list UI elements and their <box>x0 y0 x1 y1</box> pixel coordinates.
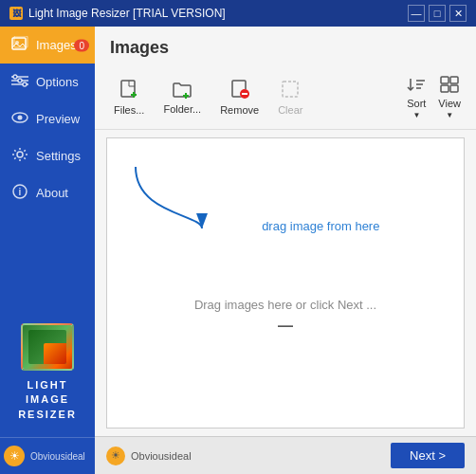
sort-label: Sort <box>407 98 426 109</box>
toolbar: Files... Folder... <box>95 65 476 130</box>
svg-rect-32 <box>450 77 458 83</box>
sidebar-label-about: About <box>36 186 68 200</box>
sort-button[interactable]: Sort ▼ <box>402 71 430 123</box>
clear-icon <box>280 79 301 102</box>
sidebar-item-preview[interactable]: Preview <box>0 100 95 137</box>
files-icon <box>119 79 139 102</box>
logo-line3: RESIZER <box>9 408 85 422</box>
svg-rect-26 <box>283 82 298 97</box>
sort-arrow-icon: ▼ <box>412 111 420 119</box>
drop-text: Drag images here or click Next ... <box>194 298 376 312</box>
dash-separator: — <box>278 318 293 335</box>
sidebar-label-settings: Settings <box>36 149 81 163</box>
logo-line1: LIGHT <box>9 378 85 392</box>
logo-image <box>21 323 74 371</box>
settings-icon <box>11 147 28 165</box>
sidebar-logo: LIGHT IMAGE RESIZER <box>0 308 95 437</box>
view-label: View <box>438 98 461 109</box>
drag-arrow-svg <box>126 157 221 233</box>
svg-text:i: i <box>19 187 22 197</box>
svg-rect-33 <box>441 85 449 92</box>
app-body: Images 0 Opt <box>0 27 476 474</box>
folder-button[interactable]: Folder... <box>156 76 209 118</box>
svg-point-5 <box>23 82 27 86</box>
next-button[interactable]: Next > <box>391 443 465 468</box>
files-label: Files... <box>114 104 144 116</box>
sidebar-footer: ☀ Obviousideal <box>0 437 95 474</box>
page-title: Images <box>110 38 169 57</box>
folder-icon <box>172 80 192 101</box>
window-controls: — □ ✕ <box>408 5 467 22</box>
minimize-button[interactable]: — <box>408 5 425 22</box>
logo-text: LIGHT IMAGE RESIZER <box>9 378 85 422</box>
sidebar-nav: Images 0 Opt <box>0 27 95 308</box>
footer-logo-icon: ☀ <box>4 446 25 466</box>
sidebar-item-options[interactable]: Options <box>0 64 95 100</box>
svg-point-4 <box>18 79 22 82</box>
app-title: Light Image Resizer [TRIAL VERSION] <box>28 7 226 20</box>
brand-name: Obviousideal <box>131 450 192 462</box>
svg-point-3 <box>13 75 17 79</box>
title-bar: 🖼 Light Image Resizer [TRIAL VERSION] — … <box>0 0 476 27</box>
clear-button[interactable]: Clear <box>270 75 310 119</box>
sort-icon <box>406 75 427 96</box>
brand-icon: ☀ <box>106 447 125 465</box>
title-bar-left: 🖼 Light Image Resizer [TRIAL VERSION] <box>9 7 226 20</box>
sidebar-label-images: Images <box>36 38 77 52</box>
remove-label: Remove <box>220 104 259 116</box>
view-icon <box>439 75 460 96</box>
toolbar-right: Sort ▼ View ▼ <box>402 71 465 123</box>
sidebar-item-images[interactable]: Images 0 <box>0 27 95 64</box>
files-button[interactable]: Files... <box>106 75 152 119</box>
svg-point-14 <box>17 152 23 157</box>
maximize-button[interactable]: □ <box>429 5 446 22</box>
sidebar-label-preview: Preview <box>36 112 80 126</box>
view-arrow-icon: ▼ <box>446 111 453 119</box>
drop-area[interactable]: drag image from here Drag images here or… <box>106 137 465 428</box>
app-icon: 🖼 <box>9 7 23 20</box>
sidebar-item-settings[interactable]: Settings <box>0 137 95 174</box>
svg-rect-34 <box>450 85 458 92</box>
images-icon <box>11 36 28 54</box>
sidebar-label-options: Options <box>36 75 79 89</box>
bottom-bar: ☀ Obviousideal Next > <box>95 436 476 474</box>
remove-button[interactable]: Remove <box>212 75 266 119</box>
svg-rect-31 <box>441 77 449 83</box>
sidebar: Images 0 Opt <box>0 27 95 474</box>
bottom-logo: ☀ Obviousideal <box>106 447 192 465</box>
clear-label: Clear <box>278 104 302 116</box>
view-button[interactable]: View ▼ <box>434 71 465 123</box>
drag-hint: drag image from here <box>262 219 379 233</box>
preview-icon <box>11 110 28 128</box>
logo-img-inner <box>28 330 66 364</box>
page-header: Images <box>95 27 476 65</box>
options-icon <box>11 73 28 91</box>
sidebar-item-about[interactable]: i About <box>0 174 95 211</box>
remove-icon <box>229 79 250 102</box>
footer-brand: Obviousideal <box>30 451 85 462</box>
close-button[interactable]: ✕ <box>449 5 467 22</box>
images-badge: 0 <box>74 39 89 51</box>
logo-line2: IMAGE <box>9 392 85 407</box>
about-icon: i <box>11 184 28 202</box>
svg-point-13 <box>18 116 23 120</box>
folder-label: Folder... <box>163 103 201 115</box>
main-content: Images Files... <box>95 27 476 474</box>
logo-img-box <box>21 323 74 371</box>
